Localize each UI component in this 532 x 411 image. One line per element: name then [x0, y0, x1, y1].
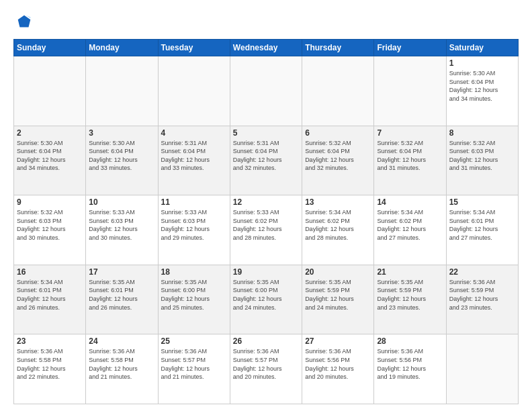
- calendar-cell: [446, 334, 518, 404]
- calendar-cell: 11Sunrise: 5:33 AM Sunset: 6:03 PM Dayli…: [158, 195, 230, 265]
- weekday-header-monday: Monday: [86, 40, 158, 56]
- calendar-week-row: 9Sunrise: 5:32 AM Sunset: 6:03 PM Daylig…: [14, 195, 519, 265]
- calendar-cell: 25Sunrise: 5:36 AM Sunset: 5:57 PM Dayli…: [158, 334, 230, 404]
- calendar-week-row: 1Sunrise: 5:30 AM Sunset: 6:04 PM Daylig…: [14, 56, 519, 126]
- weekday-header-thursday: Thursday: [302, 40, 374, 56]
- day-info: Sunrise: 5:35 AM Sunset: 6:00 PM Dayligh…: [161, 278, 227, 312]
- calendar-cell: 17Sunrise: 5:35 AM Sunset: 6:01 PM Dayli…: [86, 265, 158, 334]
- calendar-cell: 26Sunrise: 5:36 AM Sunset: 5:57 PM Dayli…: [230, 334, 302, 404]
- day-info: Sunrise: 5:36 AM Sunset: 5:56 PM Dayligh…: [305, 347, 371, 381]
- weekday-header-sunday: Sunday: [14, 40, 86, 56]
- calendar-cell: 28Sunrise: 5:36 AM Sunset: 5:56 PM Dayli…: [374, 334, 446, 404]
- calendar-header-row: SundayMondayTuesdayWednesdayThursdayFrid…: [14, 40, 519, 56]
- day-number: 17: [89, 267, 154, 277]
- day-number: 22: [449, 267, 515, 277]
- day-number: 26: [233, 336, 299, 346]
- day-number: 15: [449, 197, 515, 207]
- day-number: 3: [89, 128, 154, 138]
- day-info: Sunrise: 5:36 AM Sunset: 5:59 PM Dayligh…: [449, 278, 515, 312]
- logo-icon: [15, 12, 34, 31]
- calendar-cell: 27Sunrise: 5:36 AM Sunset: 5:56 PM Dayli…: [302, 334, 374, 404]
- calendar-cell: 3Sunrise: 5:30 AM Sunset: 6:04 PM Daylig…: [86, 126, 158, 195]
- day-number: 20: [305, 267, 371, 277]
- calendar-cell: [302, 56, 374, 126]
- calendar-week-row: 23Sunrise: 5:36 AM Sunset: 5:58 PM Dayli…: [14, 334, 519, 404]
- day-info: Sunrise: 5:36 AM Sunset: 5:56 PM Dayligh…: [377, 347, 443, 381]
- day-info: Sunrise: 5:34 AM Sunset: 6:01 PM Dayligh…: [449, 208, 515, 242]
- day-number: 11: [161, 197, 227, 207]
- day-info: Sunrise: 5:31 AM Sunset: 6:04 PM Dayligh…: [233, 139, 299, 173]
- day-info: Sunrise: 5:34 AM Sunset: 6:02 PM Dayligh…: [305, 208, 371, 242]
- calendar-cell: 13Sunrise: 5:34 AM Sunset: 6:02 PM Dayli…: [302, 195, 374, 265]
- day-info: Sunrise: 5:36 AM Sunset: 5:58 PM Dayligh…: [17, 347, 83, 381]
- calendar-cell: [86, 56, 158, 126]
- day-number: 24: [89, 336, 154, 346]
- day-number: 2: [17, 128, 83, 138]
- day-number: 14: [377, 197, 443, 207]
- day-info: Sunrise: 5:30 AM Sunset: 6:04 PM Dayligh…: [17, 139, 83, 173]
- calendar-cell: 20Sunrise: 5:35 AM Sunset: 5:59 PM Dayli…: [302, 265, 374, 334]
- calendar-cell: 2Sunrise: 5:30 AM Sunset: 6:04 PM Daylig…: [14, 126, 86, 195]
- page: SundayMondayTuesdayWednesdayThursdayFrid…: [0, 0, 532, 411]
- calendar-cell: 4Sunrise: 5:31 AM Sunset: 6:04 PM Daylig…: [158, 126, 230, 195]
- day-number: 27: [305, 336, 371, 346]
- calendar-cell: 10Sunrise: 5:33 AM Sunset: 6:03 PM Dayli…: [86, 195, 158, 265]
- calendar-cell: 23Sunrise: 5:36 AM Sunset: 5:58 PM Dayli…: [14, 334, 86, 404]
- calendar-cell: 5Sunrise: 5:31 AM Sunset: 6:04 PM Daylig…: [230, 126, 302, 195]
- calendar-cell: [230, 56, 302, 126]
- day-info: Sunrise: 5:32 AM Sunset: 6:03 PM Dayligh…: [449, 139, 515, 173]
- day-number: 18: [161, 267, 227, 277]
- calendar-cell: 8Sunrise: 5:32 AM Sunset: 6:03 PM Daylig…: [446, 126, 518, 195]
- day-number: 6: [305, 128, 371, 138]
- weekday-header-friday: Friday: [374, 40, 446, 56]
- calendar-cell: [374, 56, 446, 126]
- day-number: 28: [377, 336, 443, 346]
- day-info: Sunrise: 5:35 AM Sunset: 5:59 PM Dayligh…: [305, 278, 371, 312]
- day-info: Sunrise: 5:32 AM Sunset: 6:04 PM Dayligh…: [377, 139, 443, 173]
- calendar-cell: 1Sunrise: 5:30 AM Sunset: 6:04 PM Daylig…: [446, 56, 518, 126]
- day-info: Sunrise: 5:31 AM Sunset: 6:04 PM Dayligh…: [161, 139, 227, 173]
- calendar-cell: 14Sunrise: 5:34 AM Sunset: 6:02 PM Dayli…: [374, 195, 446, 265]
- day-info: Sunrise: 5:35 AM Sunset: 6:00 PM Dayligh…: [233, 278, 299, 312]
- weekday-header-wednesday: Wednesday: [230, 40, 302, 56]
- calendar-cell: 12Sunrise: 5:33 AM Sunset: 6:02 PM Dayli…: [230, 195, 302, 265]
- day-number: 5: [233, 128, 299, 138]
- day-info: Sunrise: 5:32 AM Sunset: 6:04 PM Dayligh…: [305, 139, 371, 173]
- day-info: Sunrise: 5:34 AM Sunset: 6:02 PM Dayligh…: [377, 208, 443, 242]
- weekday-header-saturday: Saturday: [446, 40, 518, 56]
- day-info: Sunrise: 5:33 AM Sunset: 6:02 PM Dayligh…: [233, 208, 299, 242]
- day-number: 8: [449, 128, 515, 138]
- calendar-table: SundayMondayTuesdayWednesdayThursdayFrid…: [13, 39, 519, 404]
- calendar-cell: 24Sunrise: 5:36 AM Sunset: 5:58 PM Dayli…: [86, 334, 158, 404]
- day-info: Sunrise: 5:33 AM Sunset: 6:03 PM Dayligh…: [89, 208, 154, 242]
- header: [13, 12, 519, 34]
- calendar-cell: 21Sunrise: 5:35 AM Sunset: 5:59 PM Dayli…: [374, 265, 446, 334]
- day-info: Sunrise: 5:36 AM Sunset: 5:58 PM Dayligh…: [89, 347, 154, 381]
- weekday-header-tuesday: Tuesday: [158, 40, 230, 56]
- day-number: 21: [377, 267, 443, 277]
- calendar-cell: 16Sunrise: 5:34 AM Sunset: 6:01 PM Dayli…: [14, 265, 86, 334]
- day-info: Sunrise: 5:35 AM Sunset: 5:59 PM Dayligh…: [377, 278, 443, 312]
- calendar-cell: 19Sunrise: 5:35 AM Sunset: 6:00 PM Dayli…: [230, 265, 302, 334]
- calendar-cell: 15Sunrise: 5:34 AM Sunset: 6:01 PM Dayli…: [446, 195, 518, 265]
- day-number: 13: [305, 197, 371, 207]
- day-number: 10: [89, 197, 154, 207]
- logo: [13, 12, 35, 34]
- calendar-cell: [14, 56, 86, 126]
- day-info: Sunrise: 5:36 AM Sunset: 5:57 PM Dayligh…: [161, 347, 227, 381]
- day-info: Sunrise: 5:30 AM Sunset: 6:04 PM Dayligh…: [449, 69, 515, 103]
- day-info: Sunrise: 5:32 AM Sunset: 6:03 PM Dayligh…: [17, 208, 83, 242]
- day-number: 7: [377, 128, 443, 138]
- day-number: 19: [233, 267, 299, 277]
- day-number: 23: [17, 336, 83, 346]
- calendar-week-row: 16Sunrise: 5:34 AM Sunset: 6:01 PM Dayli…: [14, 265, 519, 334]
- calendar-week-row: 2Sunrise: 5:30 AM Sunset: 6:04 PM Daylig…: [14, 126, 519, 195]
- calendar-cell: 6Sunrise: 5:32 AM Sunset: 6:04 PM Daylig…: [302, 126, 374, 195]
- day-number: 25: [161, 336, 227, 346]
- calendar-cell: 7Sunrise: 5:32 AM Sunset: 6:04 PM Daylig…: [374, 126, 446, 195]
- day-info: Sunrise: 5:30 AM Sunset: 6:04 PM Dayligh…: [89, 139, 154, 173]
- day-info: Sunrise: 5:34 AM Sunset: 6:01 PM Dayligh…: [17, 278, 83, 312]
- calendar-cell: 18Sunrise: 5:35 AM Sunset: 6:00 PM Dayli…: [158, 265, 230, 334]
- day-number: 4: [161, 128, 227, 138]
- day-info: Sunrise: 5:36 AM Sunset: 5:57 PM Dayligh…: [233, 347, 299, 381]
